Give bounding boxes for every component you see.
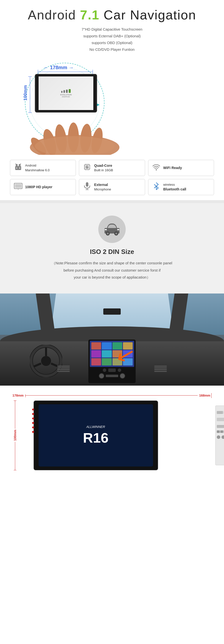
conn-9 xyxy=(217,430,220,433)
vent-fin-r4 xyxy=(154,371,167,372)
hd-label-1: 1080P HD player xyxy=(25,185,52,190)
bluetooth-feature-text: wireless Bluetooth call xyxy=(163,182,186,192)
height-line-top xyxy=(15,400,15,429)
slider-bar xyxy=(106,375,118,377)
svg-rect-44 xyxy=(117,229,119,230)
vent-fin-r1 xyxy=(154,366,167,367)
width-line xyxy=(38,72,92,72)
connectors-mid xyxy=(216,416,224,422)
evolution-figures xyxy=(60,89,72,93)
height-line xyxy=(30,76,30,112)
vent-fin-3 xyxy=(57,369,70,370)
brand-text-line1: EVOLUTION xyxy=(60,94,72,96)
top-dim-line: | xyxy=(25,395,198,396)
height-line-bottom xyxy=(15,442,15,470)
dot-5 xyxy=(32,426,34,428)
screen-logo: EVOLUTION ANDROID xyxy=(60,89,72,98)
knob-2 xyxy=(120,373,125,379)
rearview-mirror xyxy=(103,308,121,315)
knob-1 xyxy=(99,373,104,379)
mic-label-2: Microphone xyxy=(94,188,111,191)
height-cap-bottom xyxy=(14,470,16,470)
car-interior: ↙ xyxy=(0,294,224,386)
spec-line-3: supports OBD (Optional) xyxy=(5,39,219,46)
hd-feature-text: 1080P HD player xyxy=(25,185,52,190)
side-btn-2 xyxy=(35,87,36,90)
steering-wheel-svg xyxy=(30,345,62,377)
unit-diagram-container: 178mm | 168mm 100mm xyxy=(10,393,214,470)
evo-3 xyxy=(66,90,68,93)
width-tick-right xyxy=(92,70,93,74)
android-feature-text: Android Marshmallow 6.0 xyxy=(25,163,50,172)
hero-section: Android 7.1 Car Navigation 7"HD Digital … xyxy=(0,0,224,55)
dot-2 xyxy=(32,413,34,415)
evo-4 xyxy=(69,89,71,93)
svg-rect-43 xyxy=(105,229,107,230)
device-mockup: EVOLUTION ANDROID xyxy=(35,74,97,112)
vent-fin-r3 xyxy=(154,369,167,370)
ctrl-2 xyxy=(108,368,116,372)
conn-divider-2 xyxy=(218,423,224,423)
bluetooth-label-1: wireless xyxy=(163,183,175,186)
conn-1 xyxy=(217,411,223,414)
top-dim-row: 178mm | 168mm xyxy=(10,393,214,398)
svg-point-42 xyxy=(115,232,117,234)
vent-right xyxy=(154,366,167,372)
evo-1 xyxy=(61,91,62,93)
bluetooth-icon xyxy=(152,182,161,192)
feature-cpu: CPU Quad-Core Built in 16GB xyxy=(79,160,145,176)
features-grid: Android Marshmallow 6.0 CPU xyxy=(0,155,224,200)
android-label-1: Android xyxy=(25,164,36,167)
app-5 xyxy=(91,350,101,358)
vent-left xyxy=(57,366,70,372)
svg-point-14 xyxy=(19,168,20,168)
connectors-top xyxy=(216,410,224,415)
svg-line-11 xyxy=(16,164,16,164)
title-prefix: Android xyxy=(28,8,80,22)
height-label: 100mm xyxy=(13,429,17,442)
steering-wheel-container xyxy=(30,345,62,378)
svg-point-30 xyxy=(156,169,157,170)
cpu-feature-text: Quad-Core Built in 16GB xyxy=(94,163,113,173)
divider-1 xyxy=(0,200,224,203)
svg-point-13 xyxy=(16,168,17,168)
left-tick: | xyxy=(25,394,26,397)
app-9 xyxy=(91,358,101,366)
feature-android: Android Marshmallow 6.0 xyxy=(10,160,76,176)
height-value: 100mm xyxy=(23,85,28,100)
unit-side-dots xyxy=(32,408,34,433)
side-btn-3 xyxy=(35,92,36,96)
width-right-label: 168mm xyxy=(199,394,210,397)
bluetooth-label-2: Bluetooth call xyxy=(163,187,186,192)
unit-controls xyxy=(103,368,121,372)
svg-point-46 xyxy=(41,356,51,366)
circular-conns xyxy=(216,434,224,440)
svg-line-12 xyxy=(20,164,21,164)
hand-svg xyxy=(25,112,137,155)
unit-screen-large: ALLWINNER R16 xyxy=(38,404,153,466)
cpu-icon: CPU xyxy=(83,163,92,173)
android-label-2: Marshmallow 6.0 xyxy=(25,168,50,172)
cpu-label-2: Built in 16GB xyxy=(94,168,113,172)
spec-line-4: No CD/DVD Player Funtion xyxy=(5,46,219,53)
unit-box: ALLWINNER R16 xyxy=(34,400,158,470)
unit-row: 100mm ALLWINNER R16 xyxy=(10,400,214,470)
brand-text-line2: ANDROID xyxy=(60,96,72,98)
width-left-label: 178mm xyxy=(12,394,24,397)
iso-section: ISO 2 DIN Size （Note:Plesase comfirm the… xyxy=(0,203,224,294)
unit-brand: ALLWINNER xyxy=(86,425,105,429)
iso-title: ISO 2 DIN Size xyxy=(15,248,209,256)
dimension-width-label: ← 178mm → xyxy=(44,65,74,70)
conn-divider-1 xyxy=(218,416,224,416)
width-value: 178mm xyxy=(50,65,67,70)
car-icon xyxy=(103,220,121,238)
feature-hd: 1080P HD player xyxy=(10,179,76,195)
mic-icon xyxy=(83,182,92,192)
svg-text:CPU: CPU xyxy=(86,166,90,168)
unit-knobs xyxy=(99,373,125,379)
dot-1 xyxy=(32,408,34,410)
svg-rect-35 xyxy=(86,182,88,187)
unit-back-panel: Panel xyxy=(215,406,224,465)
connectors-extra xyxy=(216,429,224,434)
unit-diagram-section: 178mm | 168mm 100mm xyxy=(0,386,224,480)
